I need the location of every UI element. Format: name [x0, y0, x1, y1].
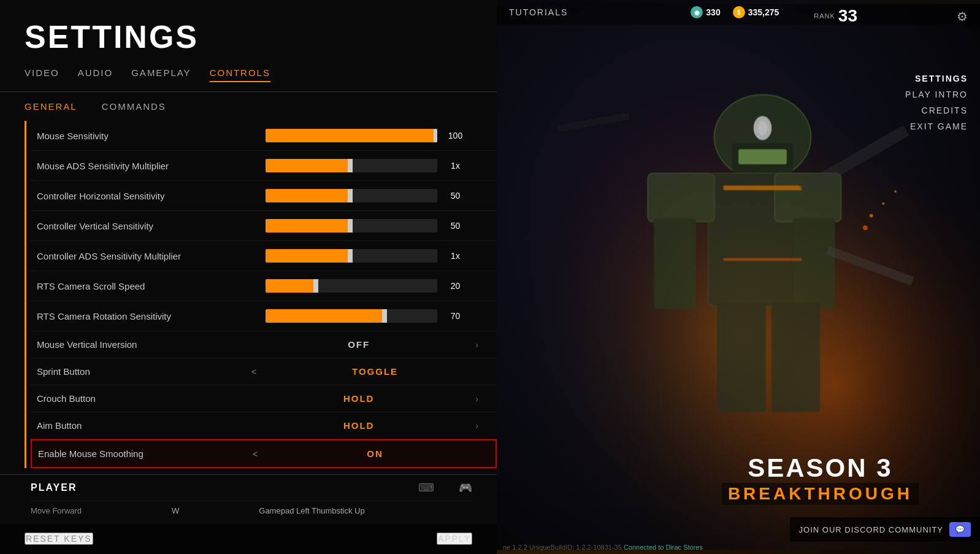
right-nav-play-intro[interactable]: PLAY INTRO [905, 90, 968, 99]
slider-track-1[interactable] [266, 159, 437, 172]
setting-row-5[interactable]: RTS Camera Scroll Speed20 [31, 271, 497, 301]
main-tab-controls[interactable]: CONTROLS [210, 67, 270, 82]
slider-thumb-5 [313, 279, 318, 293]
footer-buttons: RESET KEYS APPLY [0, 523, 497, 554]
chevron-right-7[interactable]: › [475, 340, 478, 350]
discord-text: JOIN OUR DISCORD COMMUNITY [799, 525, 943, 534]
slider-value-3: 50 [446, 221, 465, 231]
slider-fill-2 [266, 189, 351, 202]
player-title: PLAYER [31, 482, 77, 493]
chevron-right-9[interactable]: › [475, 394, 478, 404]
setting-row-2[interactable]: Controller Horizontal Sensitivity50 [31, 181, 497, 211]
chevron-right-10[interactable]: › [475, 421, 478, 431]
main-tab-audio[interactable]: AUDIO [78, 67, 113, 82]
svg-rect-5 [738, 149, 787, 164]
setting-control-4: 1x [251, 249, 478, 263]
slider-value-4: 1x [446, 251, 465, 261]
setting-label-2: Controller Horizontal Sensitivity [37, 191, 251, 201]
sub-tab-commands[interactable]: COMMANDS [102, 101, 166, 112]
svg-rect-11 [718, 303, 766, 412]
svg-rect-9 [654, 218, 696, 309]
discord-button[interactable]: 💬 [949, 522, 971, 537]
svg-point-16 [758, 121, 768, 136]
slider-fill-3 [266, 219, 351, 233]
chevron-left-8[interactable]: < [251, 367, 256, 377]
setting-control-6: 70 [251, 309, 478, 323]
slider-container-1: 1x [251, 159, 478, 172]
setting-control-10: HOLD› [251, 420, 478, 431]
toggle-value-9: HOLD [251, 393, 466, 404]
right-nav-exit-game[interactable]: EXIT GAME [910, 121, 968, 131]
setting-label-3: Controller Vertical Sensitivity [37, 221, 251, 231]
setting-label-1: Mouse ADS Sensitivity Multiplier [37, 161, 251, 171]
svg-point-21 [882, 202, 884, 205]
setting-label-10: Aim Button [37, 420, 251, 431]
rank-display: RANK 33 [814, 6, 857, 26]
setting-row-7[interactable]: Mouse Vertical InversionOFF› [31, 331, 497, 358]
setting-row-1[interactable]: Mouse ADS Sensitivity Multiplier1x [31, 151, 497, 181]
setting-row-3[interactable]: Controller Vertical Sensitivity50 [31, 211, 497, 241]
setting-control-1: 1x [251, 159, 478, 172]
slider-thumb-1 [348, 159, 353, 172]
setting-control-3: 50 [251, 219, 478, 233]
slider-track-4[interactable] [266, 249, 437, 263]
main-tab-video[interactable]: VIDEO [25, 67, 59, 82]
svg-point-23 [894, 190, 897, 193]
setting-control-11: <ON [253, 448, 477, 459]
setting-row-6[interactable]: RTS Camera Rotation Sensitivity70 [31, 301, 497, 331]
toggle-value-11: ON [273, 448, 477, 459]
setting-row-8[interactable]: Sprint Button<TOGGLE [31, 358, 497, 385]
toggle-value-8: TOGGLE [272, 366, 478, 377]
gear-icon[interactable]: ⚙ [957, 9, 968, 24]
player-header: PLAYER ⌨ 🎮 [31, 481, 472, 494]
slider-container-4: 1x [251, 249, 478, 263]
season-label: SEASON 3 [722, 453, 919, 483]
setting-label-9: Crouch Button [37, 393, 251, 404]
setting-row-9[interactable]: Crouch ButtonHOLD› [31, 385, 497, 412]
setting-label-4: Controller ADS Sensitivity Multiplier [37, 251, 251, 261]
sub-tab-general[interactable]: GENERAL [25, 101, 77, 112]
season-banner: SEASON 3 BREAKTHROUGH [722, 453, 919, 505]
setting-label-0: Mouse Sensitivity [37, 131, 251, 141]
slider-track-2[interactable] [266, 189, 437, 202]
slider-fill-0 [266, 129, 437, 142]
player-section: PLAYER ⌨ 🎮 Move Forward W Gamepad Left T… [0, 474, 497, 523]
input-icons: ⌨ 🎮 [418, 481, 472, 494]
discord-bar: JOIN OUR DISCORD COMMUNITY 💬 [790, 517, 980, 542]
currency-2-value: 335,275 [748, 7, 779, 17]
right-nav-settings[interactable]: SETTINGS [915, 74, 968, 83]
setting-row-0[interactable]: Mouse Sensitivity100 [31, 121, 497, 151]
slider-container-0: 100 [251, 129, 478, 142]
slider-track-0[interactable] [266, 129, 437, 142]
slider-fill-6 [266, 309, 386, 323]
toggle-value-7: OFF [251, 339, 466, 350]
chevron-left-11[interactable]: < [253, 449, 258, 459]
right-nav-credits[interactable]: CREDITS [922, 106, 968, 115]
currency-display: ◉ 330 $ 335,275 [691, 6, 779, 18]
keyboard-icon: ⌨ [418, 481, 434, 494]
slider-track-3[interactable] [266, 219, 437, 233]
apply-button[interactable]: APPLY [437, 533, 472, 545]
slider-thumb-3 [348, 219, 353, 233]
sub-tab-bar: GENERALCOMMANDS [0, 92, 497, 121]
setting-control-9: HOLD› [251, 393, 478, 404]
reset-keys-button[interactable]: RESET KEYS [25, 533, 93, 545]
slider-thumb-2 [348, 189, 353, 202]
setting-control-7: OFF› [251, 339, 478, 350]
slider-track-5[interactable] [266, 279, 437, 293]
setting-row-11[interactable]: Enable Mouse Smoothing<ON [31, 439, 497, 468]
slider-thumb-6 [382, 309, 387, 323]
slider-value-0: 100 [446, 131, 465, 140]
hud-top-bar: TUTORIALS ◉ 330 $ 335,275 RANK 33 ⚙ [497, 0, 980, 25]
setting-control-2: 50 [251, 189, 478, 202]
build-info: ne 1.2.2 UniqueBuildID: 1.2.2-10831-35 [503, 544, 622, 551]
setting-row-4[interactable]: Controller ADS Sensitivity Multiplier1x [31, 241, 497, 271]
setting-label-5: RTS Camera Scroll Speed [37, 281, 251, 291]
slider-fill-4 [266, 249, 351, 263]
move-forward-label: Move Forward [31, 506, 153, 515]
setting-row-10[interactable]: Aim ButtonHOLD› [31, 412, 497, 439]
slider-track-6[interactable] [266, 309, 437, 323]
right-nav-menu: SETTINGSPLAY INTROCREDITSEXIT GAME [905, 74, 968, 131]
currency-1: ◉ 330 [691, 6, 720, 18]
main-tab-gameplay[interactable]: GAMEPLAY [131, 67, 191, 82]
